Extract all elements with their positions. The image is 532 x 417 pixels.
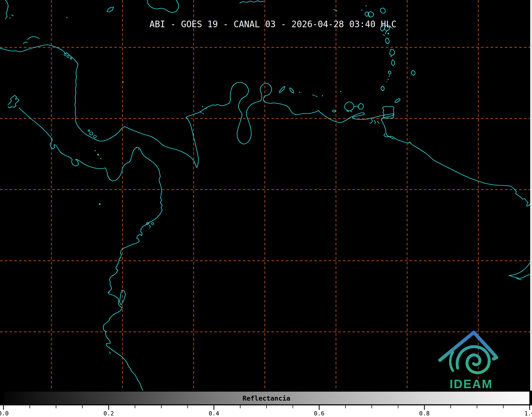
island-dot-2 xyxy=(66,17,67,18)
right-edge-margin xyxy=(530,0,532,391)
providencia-dot xyxy=(122,81,124,83)
colorbar-tick-label: 0.8 xyxy=(419,410,430,417)
blanquilla-dot xyxy=(322,95,323,96)
cartagena-islet-1 xyxy=(201,112,202,113)
cartagena-islet-2 xyxy=(203,113,204,114)
panama-islet-1 xyxy=(202,106,203,107)
colorbar-tick-label: 0.6 xyxy=(314,410,325,417)
aves-dot xyxy=(299,92,300,93)
tick-strip-background xyxy=(0,405,532,417)
panama-islet-2 xyxy=(206,108,207,109)
colorbar-tick-label: 1.0 xyxy=(524,410,532,417)
grenadines-dot-3 xyxy=(387,81,387,82)
colorbar-tick-label: 0.0 xyxy=(0,410,9,417)
coiba-dot-2 xyxy=(97,154,99,155)
colorbar-tick-label: 0.2 xyxy=(103,410,114,417)
gorgona-dot xyxy=(99,203,101,205)
island-dot-3 xyxy=(361,10,362,11)
image-title: ABI - GOES 19 - CANAL 03 - 2026-04-28 03… xyxy=(149,19,397,29)
marie-galante xyxy=(388,33,389,34)
los-testigos-dot xyxy=(340,91,341,92)
pearl-dot-2 xyxy=(138,149,139,150)
island-dot-1 xyxy=(10,17,11,19)
grenadines-dot-2 xyxy=(388,79,389,80)
logo-text: IDEAM xyxy=(449,377,493,391)
coiba-dot-1 xyxy=(95,150,96,151)
grenadines-dot-1 xyxy=(389,76,390,77)
satellite-image-canvas: ABI - GOES 19 - CANAL 03 - 2026-04-28 03… xyxy=(0,0,532,417)
island-dot-5 xyxy=(369,16,370,17)
colorbar-tick-label: 0.4 xyxy=(209,410,219,417)
island-dot-6 xyxy=(366,5,367,6)
pearl-dot-1 xyxy=(136,147,137,148)
coiba-dot-3 xyxy=(100,158,101,159)
map-background xyxy=(0,0,532,391)
colorbar-title: Reflectancia xyxy=(243,395,290,402)
